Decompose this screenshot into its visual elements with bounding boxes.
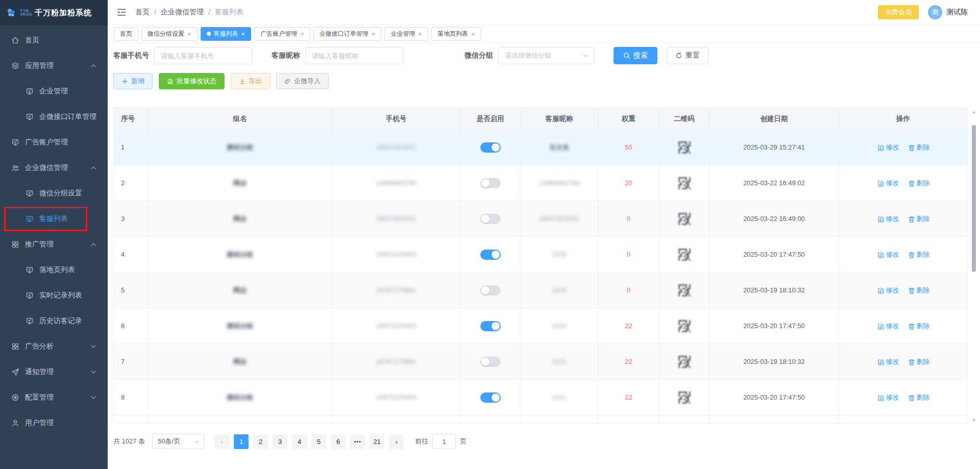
avatar[interactable]: 测 [928,5,942,19]
add-button[interactable]: 新增 [113,73,153,89]
qr-code[interactable] [678,391,691,404]
qr-code[interactable] [678,213,691,225]
enable-toggle[interactable] [480,250,501,260]
delete-button[interactable]: 删除 [908,357,930,366]
sidebar-item-notification-management[interactable]: 通知管理 [0,359,108,385]
close-icon[interactable]: × [187,31,191,37]
qr-code[interactable] [678,249,691,261]
sidebar-item-wechat-group-settings[interactable]: 微信分组设置 [0,181,108,206]
sidebar-item-realtime-record-list[interactable]: 实时记录列表 [0,283,108,308]
qr-code[interactable] [678,320,691,332]
sidebar-item-label: 微信分组设置 [39,189,82,198]
page-button-21[interactable]: 21 [370,434,384,449]
edit-button[interactable]: 修改 [877,250,899,259]
edit-button[interactable]: 修改 [877,179,899,188]
nickname-cell: 主大夫 [521,130,598,165]
edit-button[interactable]: 修改 [877,393,899,402]
close-icon[interactable]: × [372,31,376,37]
page-button-4[interactable]: 4 [292,434,307,449]
edit-button[interactable]: 修改 [877,286,899,295]
tab-ad-account-management[interactable]: 广告账户管理× [254,27,310,41]
scrollbar-thumb[interactable] [972,125,976,272]
sidebar-item-app-management[interactable]: 应用管理 [0,53,108,79]
goto-page-input[interactable] [432,434,456,449]
edit-button[interactable]: 修改 [877,214,899,224]
sidebar-item-home[interactable]: 首页 [0,28,108,53]
edit-button[interactable]: 修改 [877,322,899,331]
enable-toggle[interactable] [480,178,501,188]
close-icon[interactable]: × [300,31,304,37]
delete-button[interactable]: 删除 [908,250,930,259]
phone-cell: 18537815001 [332,130,460,165]
delete-button[interactable]: 删除 [908,143,930,152]
sidebar-item-user-management[interactable]: 用户管理 [0,410,108,436]
table-scrollbar[interactable]: ▲ ▼ [971,109,977,423]
qiwei-import-button[interactable]: 企微导入 [276,73,329,89]
sidebar-item-enterprise-wechat-management[interactable]: 企业微信管理 [0,155,108,181]
sidebar-item-promotion-management[interactable]: 推广管理 [0,232,108,257]
sidebar-item-ad-account-management[interactable]: 广告账户管理 [0,130,108,155]
breadcrumb-item[interactable]: 首页 [135,8,150,17]
close-icon[interactable]: × [471,31,475,37]
page-button-1[interactable]: 1 [234,434,249,449]
page-button-5[interactable]: 5 [311,434,326,449]
reset-button[interactable]: 重置 [667,47,708,64]
tab-customer-service-list[interactable]: 客服列表× [201,27,252,41]
search-button[interactable]: 搜索 [614,47,657,64]
tab-wechat-group-settings[interactable]: 微信分组设置× [141,27,198,41]
enable-toggle[interactable] [480,214,501,224]
tab-home[interactable]: 首页 [114,27,138,41]
tab-enterprise-management[interactable]: 企业管理× [384,27,428,41]
qr-code[interactable] [678,177,691,189]
page-button-2[interactable]: 2 [253,434,268,449]
enable-toggle[interactable] [480,285,501,295]
qr-code[interactable] [678,284,691,297]
delete-button[interactable]: 删除 [908,179,930,188]
close-icon[interactable]: × [241,31,246,37]
page-button-3[interactable]: 3 [273,434,287,449]
page-ellipsis[interactable]: ••• [350,434,365,449]
enable-toggle[interactable] [480,142,501,153]
batch-edit-status-button[interactable]: 批量修改状态 [159,73,225,89]
qr-code[interactable] [678,141,691,154]
goto-page: 前往 页 [415,434,467,449]
prev-page-button[interactable]: ‹ [214,434,229,449]
table-row: 4测试分组15970225403102502025-03-20 17:47:50… [114,237,967,273]
sidebar-item-enterprise-management[interactable]: 企业管理 [0,79,108,104]
group-filter-select[interactable]: 请选择微信分组 [498,47,594,64]
nickname-cell: 1022 [521,344,598,379]
enable-toggle[interactable] [480,321,501,331]
enable-toggle[interactable] [480,357,501,367]
delete-button[interactable]: 删除 [908,214,930,224]
breadcrumb-item[interactable]: 企业微信管理 [161,8,204,17]
next-page-button[interactable]: › [389,434,404,449]
edit-button[interactable]: 修改 [877,357,899,366]
member-badge[interactable]: 免费会员 [878,5,919,19]
export-button[interactable]: 导出 [231,73,270,89]
page-size-select[interactable]: 50条/页 [152,434,204,449]
page-button-6[interactable]: 6 [331,434,346,449]
sidebar-item-customer-service-list[interactable]: 客服列表 [0,206,108,232]
scrollbar-up-arrow[interactable]: ▲ [971,109,977,115]
edit-button[interactable]: 修改 [877,143,899,152]
tab-qiwei-order-management[interactable]: 企微接口订单管理× [313,27,382,41]
phone-filter-input[interactable] [154,47,252,64]
sidebar-item-config-management[interactable]: 配置管理 [0,385,108,410]
tab-landing-page-list[interactable]: 落地页列表× [431,27,481,41]
nickname-cell: 1025 [521,237,598,272]
qr-code[interactable] [678,356,691,368]
collapse-sidebar-icon[interactable] [117,8,126,16]
sidebar-item-ad-analysis[interactable]: 广告分析 [0,334,108,359]
delete-button[interactable]: 删除 [908,286,930,295]
delete-button[interactable]: 删除 [908,322,930,331]
user-menu[interactable]: 测 测试陈 [928,5,968,19]
enable-toggle[interactable] [480,392,501,403]
sidebar-item-qiwei-order-management[interactable]: 企微接口订单管理 [0,104,108,130]
delete-button[interactable]: 删除 [908,393,930,402]
scrollbar-down-arrow[interactable]: ▼ [971,417,977,423]
sidebar-item-history-visitor-record[interactable]: 历史访客记录 [0,308,108,334]
sidebar-item-label: 落地页列表 [39,265,75,275]
nickname-filter-input[interactable] [305,47,403,64]
sidebar-item-landing-page-list[interactable]: 落地页列表 [0,257,108,283]
close-icon[interactable]: × [418,31,422,37]
